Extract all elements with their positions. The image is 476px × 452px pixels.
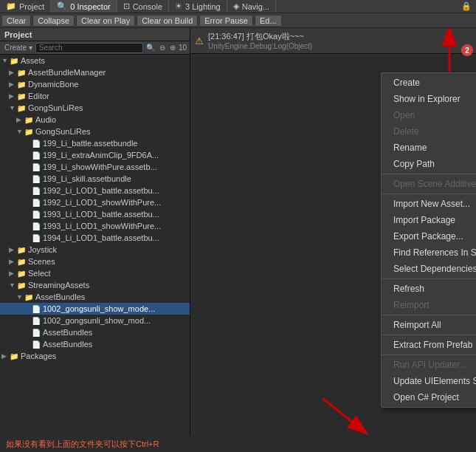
list-item[interactable]: 📄 1992_Li_LOD1_showWithPure... bbox=[0, 196, 190, 208]
project-tab[interactable]: 📁 Project bbox=[0, 0, 51, 13]
list-item[interactable]: 📄 1993_Li_LOD1_showWithPure... bbox=[0, 220, 190, 232]
expand-arrow: ▼ bbox=[16, 128, 24, 135]
console-message: [21:36:47] 打包Okay啦~~~ UnityEngine.Debug:… bbox=[208, 31, 312, 50]
inspector-icon: 🔍 bbox=[57, 1, 67, 11]
create-dropdown-button[interactable]: Create ▾ bbox=[3, 44, 34, 52]
list-item[interactable]: 📄 1992_Li_LOD1_battle.assetbu... bbox=[0, 185, 190, 196]
file-icon: 📄 bbox=[31, 139, 41, 148]
edit-button[interactable]: Ed... bbox=[255, 15, 282, 27]
list-item[interactable]: 📄 AssetBundles bbox=[0, 326, 190, 338]
expand-arrow: ▶ bbox=[9, 69, 16, 76]
annotation-bar: 如果没有看到上面的文件夹可以按下Ctrl+R bbox=[0, 436, 190, 452]
ctx-separator bbox=[382, 278, 476, 279]
list-item[interactable]: ▶ 📁 DynamicBone bbox=[0, 78, 190, 90]
expand-arrow: ▼ bbox=[9, 281, 16, 289]
list-item[interactable]: ▼ 📁 GongSunLiRes bbox=[0, 126, 190, 137]
console-tab[interactable]: ⊡ Console bbox=[117, 0, 169, 13]
collapse-button[interactable]: Collapse bbox=[32, 15, 75, 27]
ctx-rename[interactable]: Rename bbox=[382, 140, 476, 156]
folder-icon: 📁 bbox=[16, 103, 27, 112]
file-icon: 📄 bbox=[31, 210, 41, 219]
list-item[interactable]: 📄 199_Li_battle.assetbundle bbox=[0, 137, 190, 149]
folder-icon: 📁 bbox=[24, 292, 34, 301]
list-item[interactable]: 📄 1993_Li_LOD1_battle.assetbu... bbox=[0, 208, 190, 220]
lighting-tab[interactable]: ☀ 3 Lighting bbox=[169, 0, 227, 13]
list-item[interactable]: ▶ 📁 Audio bbox=[0, 114, 190, 126]
clear-button[interactable]: Clear bbox=[1, 15, 31, 27]
list-item[interactable]: ▼ 📁 StreamingAssets bbox=[0, 279, 190, 291]
list-item[interactable]: ▶ 📁 Packages bbox=[0, 350, 190, 362]
expand-arrow: ▼ bbox=[1, 57, 9, 64]
clear-on-play-button[interactable]: Clear on Play bbox=[76, 15, 135, 27]
list-item[interactable]: 📄 1002_gongsunli_show_mod... bbox=[0, 315, 190, 326]
folder-icon: 📁 bbox=[16, 245, 27, 254]
zoom-in-icon[interactable]: ⊕ bbox=[168, 44, 177, 52]
tab-bar: 📁 Project 🔍 0 Inspector ⊡ Console ☀ 3 Li… bbox=[0, 0, 476, 13]
list-item[interactable]: ▼ 📁 AssetBundles bbox=[0, 291, 190, 303]
list-item[interactable]: ▶ 📁 AssetBundleManager bbox=[0, 66, 190, 78]
list-item[interactable]: ▶ 📁 Joystick bbox=[0, 244, 190, 256]
list-item[interactable]: 📄 199_Li_skill.assetbundle bbox=[0, 173, 190, 185]
list-item[interactable]: ▼ 📁 Assets bbox=[0, 55, 190, 66]
file-icon: 📄 bbox=[31, 340, 41, 349]
folder-icon: 📁 bbox=[16, 80, 27, 89]
folder-icon: 📁 bbox=[16, 257, 27, 266]
annotation-text: 如果没有看到上面的文件夹可以按下Ctrl+R bbox=[6, 439, 159, 450]
list-item[interactable]: ▶ 📁 Scenes bbox=[0, 256, 190, 267]
expand-arrow: ▼ bbox=[16, 293, 24, 301]
ctx-copy-path[interactable]: Copy Path Alt+Ctrl+C bbox=[382, 156, 476, 172]
ctx-select-dependencies[interactable]: Select Dependencies bbox=[382, 261, 476, 277]
list-item[interactable]: 📄 199_Li_extraAnimClip_9FD6A... bbox=[0, 149, 190, 161]
ctx-update-uielements[interactable]: Update UIElements Schema bbox=[382, 373, 476, 389]
zoom-level: 10 bbox=[179, 44, 187, 52]
console-entry[interactable]: ⚠ [21:36:47] 打包Okay啦~~~ UnityEngine.Debu… bbox=[190, 28, 476, 54]
list-item[interactable]: ▶ 📁 Select bbox=[0, 267, 190, 279]
expand-arrow: ▶ bbox=[9, 246, 16, 253]
svg-line-3 bbox=[323, 399, 360, 428]
ctx-find-references[interactable]: Find References In Scene bbox=[382, 244, 476, 261]
search-input[interactable] bbox=[35, 43, 143, 53]
zoom-out-icon[interactable]: ⊖ bbox=[158, 44, 167, 52]
list-item[interactable]: 📄 AssetBundles bbox=[0, 338, 190, 350]
folder-icon: 📁 bbox=[24, 127, 34, 136]
list-item[interactable]: 📄 1002_gongsunli_show_mode... bbox=[0, 303, 190, 315]
ctx-open-scene-additive: Open Scene Additive bbox=[382, 176, 476, 192]
ctx-create[interactable]: Create ▶ bbox=[382, 75, 476, 91]
ctx-import-package[interactable]: Import Package ▶ bbox=[382, 212, 476, 228]
list-item[interactable]: 📄 1994_Li_LOD1_battle.assetbu... bbox=[0, 232, 190, 244]
project-panel: Project Create ▾ 🔍 ⊖ ⊕ 10 ▼ 📁 Assets ▶ 📁… bbox=[0, 28, 190, 452]
red-arrow-bottom bbox=[316, 391, 375, 436]
ctx-delete: Delete bbox=[382, 123, 476, 140]
expand-arrow: ▶ bbox=[9, 92, 16, 100]
ctx-show-explorer[interactable]: Show in Explorer bbox=[382, 91, 476, 107]
expand-arrow: ▶ bbox=[16, 116, 24, 123]
folder-icon: 📁 bbox=[16, 68, 27, 77]
project-title: Project bbox=[4, 30, 32, 39]
right-panel: ⚠ [21:36:47] 打包Okay啦~~~ UnityEngine.Debu… bbox=[190, 28, 476, 452]
ctx-reimport-all[interactable]: Reimport All bbox=[382, 317, 476, 333]
ctx-export-package[interactable]: Export Package... bbox=[382, 228, 476, 244]
ctx-separator bbox=[382, 315, 476, 315]
file-icon: 📄 bbox=[31, 151, 41, 160]
inspector-tab[interactable]: 🔍 0 Inspector bbox=[51, 0, 117, 13]
ctx-open-csharp-project[interactable]: Open C# Project bbox=[382, 389, 476, 405]
file-tree: ▼ 📁 Assets ▶ 📁 AssetBundleManager ▶ 📁 Dy… bbox=[0, 55, 190, 452]
list-item[interactable]: ▼ 📁 GongSunLiRes bbox=[0, 102, 190, 114]
ctx-refresh[interactable]: Refresh Ctrl+R bbox=[382, 281, 476, 297]
project-icon: 📁 bbox=[6, 1, 16, 11]
navig-tab[interactable]: ◈ Navig... bbox=[227, 0, 276, 13]
expand-arrow: ▶ bbox=[9, 270, 16, 277]
file-icon: 📄 bbox=[31, 162, 41, 171]
console-icon: ⊡ bbox=[123, 1, 130, 11]
error-badge: 2 bbox=[461, 44, 473, 56]
file-icon: 📄 bbox=[31, 328, 41, 337]
error-pause-button[interactable]: Error Pause bbox=[199, 15, 253, 27]
ctx-extract-from-prefab[interactable]: Extract From Prefab bbox=[382, 337, 476, 353]
list-item[interactable]: 📄 199_Li_showWithPure.assetb... bbox=[0, 161, 190, 173]
file-icon: 📄 bbox=[31, 222, 41, 230]
list-item[interactable]: ▶ 📁 Editor bbox=[0, 90, 190, 102]
search-icon[interactable]: 🔍 bbox=[145, 44, 156, 52]
ctx-separator bbox=[382, 335, 476, 335]
ctx-import-new-asset[interactable]: Import New Asset... bbox=[382, 196, 476, 212]
clear-on-build-button[interactable]: Clear on Build bbox=[137, 15, 198, 27]
